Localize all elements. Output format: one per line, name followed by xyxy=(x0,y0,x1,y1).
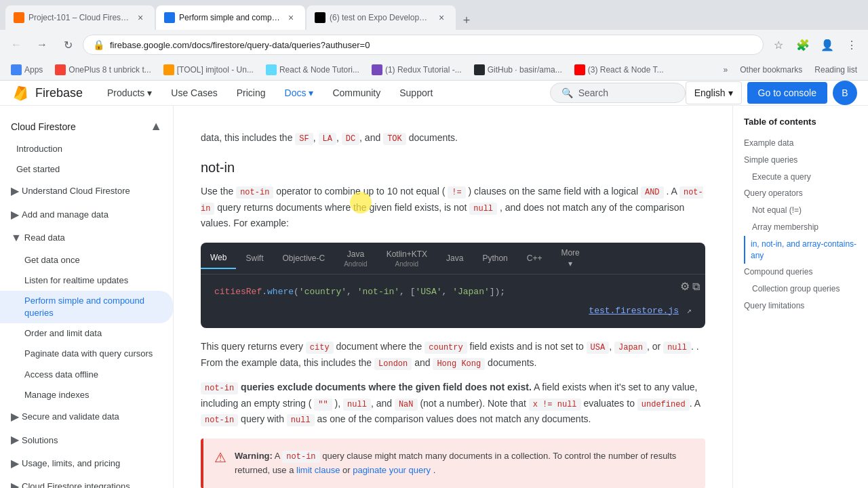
sidebar-item-integrations[interactable]: ▶ Cloud Firestore integrations xyxy=(0,475,173,488)
nav-community[interactable]: Community xyxy=(324,82,389,104)
sidebar-item-paginate[interactable]: Paginate data with query cursors xyxy=(0,344,173,364)
toc-query-operators[interactable]: Query operators xyxy=(744,185,857,202)
understand-arrow: ▶ xyxy=(11,184,19,199)
tab-3[interactable]: (6) test on Expo Developer Tools × xyxy=(307,5,456,30)
tok-code: TOK xyxy=(383,133,406,145)
menu-button[interactable]: ⋮ xyxy=(841,34,863,56)
cloud-firestore-header[interactable]: Cloud Firestore ▲ xyxy=(0,114,173,139)
firebase-logo[interactable]: Firebase xyxy=(11,83,83,102)
bookmark-oneplus[interactable]: OnePlus 8 t unbrick t... xyxy=(50,62,156,77)
back-button[interactable]: ← xyxy=(5,34,27,56)
nav-pricing[interactable]: Pricing xyxy=(229,82,274,104)
code-link[interactable]: test.firestore.js xyxy=(589,306,679,316)
toc-simple-queries[interactable]: Simple queries xyxy=(744,152,857,169)
github-label: GitHub · basir/ama... xyxy=(488,65,562,75)
support-label: Support xyxy=(399,87,433,98)
sidebar-item-read-data[interactable]: ▼ Read data xyxy=(0,226,173,249)
bookmark-imjtool[interactable]: [TOOL] imjtool - Un... xyxy=(158,62,259,77)
yt-label: (3) React & Node T... xyxy=(588,65,664,75)
code-comma3: , xyxy=(442,287,453,297)
limit-clause-link[interactable]: limit clause xyxy=(296,465,340,475)
toc-query-limitations[interactable]: Query limitations xyxy=(744,298,857,314)
nav-docs[interactable]: Docs ▾ xyxy=(277,82,322,104)
bookmark-react[interactable]: React & Node Tutori... xyxy=(260,62,365,77)
reading-list[interactable]: Reading list xyxy=(809,63,863,77)
sidebar-item-get-started[interactable]: Get started xyxy=(0,159,173,180)
avatar[interactable]: B xyxy=(833,81,857,105)
search-box[interactable]: 🔍 Search xyxy=(550,83,686,103)
tab-more[interactable]: More ▾ xyxy=(551,243,589,274)
tab-2[interactable]: Perform simple and compound... × xyxy=(156,5,305,30)
toc-compound-queries[interactable]: Compound queries xyxy=(744,264,857,281)
tab-1[interactable]: Project-101 – Cloud Firestore – × xyxy=(5,5,155,30)
reload-button[interactable]: ↻ xyxy=(57,34,79,56)
top-nav: Firebase Products ▾ Use Cases Pricing Do… xyxy=(0,81,868,106)
nav-support[interactable]: Support xyxy=(391,82,441,104)
sidebar-item-perform-queries[interactable]: Perform simple and compound queries xyxy=(0,291,173,323)
tab-java[interactable]: Java xyxy=(437,248,473,268)
extensions-button[interactable]: 🧩 xyxy=(792,34,814,56)
code-end: ]); xyxy=(490,287,505,297)
bookmark-button[interactable]: ☆ xyxy=(768,34,789,56)
code-comma2: , [ xyxy=(399,287,415,297)
code-paren1: ( xyxy=(294,287,299,297)
console-button[interactable]: Go to console xyxy=(747,82,827,104)
bookmark-yt[interactable]: (3) React & Node T... xyxy=(569,62,669,77)
sidebar-item-understand[interactable]: ▶ Understand Cloud Firestore xyxy=(0,180,173,203)
toc-example-data[interactable]: Example data xyxy=(744,135,857,152)
code-comma1: , xyxy=(347,287,357,297)
code-content: ⚙ ⧉ citiesRef.where('country', 'not-in',… xyxy=(201,274,705,328)
sidebar-item-add-manage[interactable]: ▶ Add and manage data xyxy=(0,203,173,226)
copy-button[interactable]: ⧉ xyxy=(692,280,700,293)
content-wrapper: data, this includes the SF, LA, DC, and … xyxy=(174,106,868,488)
sidebar-item-usage-limits[interactable]: ▶ Usage, limits, and pricing xyxy=(0,452,173,475)
docs-arrow: ▾ xyxy=(309,87,313,98)
collapse-icon: ▲ xyxy=(150,119,162,134)
paginate-link[interactable]: paginate your query xyxy=(353,465,431,475)
bookmark-github[interactable]: GitHub · basir/ama... xyxy=(469,62,568,77)
tab-kotlin[interactable]: Kotlin+KTX Android xyxy=(377,244,437,273)
toc-collection-group[interactable]: Collection group queries xyxy=(744,281,857,298)
tab-java-android-sub: Android xyxy=(344,260,367,268)
city-code: city xyxy=(306,342,334,354)
other-bookmarks[interactable]: Other bookmarks xyxy=(734,63,808,77)
tab2-close[interactable]: × xyxy=(285,12,297,24)
sidebar-item-secure-validate[interactable]: ▶ Secure and validate data xyxy=(0,405,173,428)
usage-arrow: ▶ xyxy=(11,456,19,471)
sidebar-item-solutions[interactable]: ▶ Solutions xyxy=(0,428,173,451)
profile-button[interactable]: 👤 xyxy=(816,34,838,56)
nav-products[interactable]: Products ▾ xyxy=(99,82,160,104)
sidebar-item-introduction[interactable]: Introduction xyxy=(0,139,173,159)
tab-web[interactable]: Web xyxy=(201,247,236,269)
sf-code: SF xyxy=(295,133,313,145)
forward-button[interactable]: → xyxy=(31,34,53,56)
toc-not-equal[interactable]: Not equal (!=) xyxy=(744,202,857,219)
new-tab-button[interactable]: + xyxy=(457,11,476,30)
null-code: null xyxy=(469,203,497,215)
url-text: firebase.google.com/docs/firestore/query… xyxy=(110,40,753,50)
bookmark-redux[interactable]: (1) Redux Tutorial -... xyxy=(366,62,467,77)
toc-array-membership[interactable]: Array membership xyxy=(744,219,857,236)
language-selector[interactable]: English ▾ xyxy=(686,81,742,104)
more-bookmarks[interactable]: » xyxy=(718,63,734,77)
tab-objc[interactable]: Objective-C xyxy=(273,248,334,268)
toc-execute-query[interactable]: Execute a query xyxy=(744,169,857,186)
sidebar-item-listen-realtime[interactable]: Listen for realtime updates xyxy=(0,270,173,291)
tab1-close[interactable]: × xyxy=(134,12,146,24)
tab-swift[interactable]: Swift xyxy=(236,248,273,268)
tab3-close[interactable]: × xyxy=(435,12,448,24)
nav-use-cases[interactable]: Use Cases xyxy=(163,82,225,104)
tab-java-android[interactable]: Java Android xyxy=(334,244,376,273)
sidebar-item-get-data-once[interactable]: Get data once xyxy=(0,250,173,270)
tab-python[interactable]: Python xyxy=(473,248,517,268)
docs-label: Docs xyxy=(285,87,307,98)
settings-button[interactable]: ⚙ xyxy=(680,280,690,293)
sidebar-item-offline[interactable]: Access data offline xyxy=(0,365,173,385)
not-in-heading: not-in xyxy=(201,160,705,176)
toc-in-not-in-array[interactable]: in, not-in, and array-contains-any xyxy=(744,236,857,264)
tab-cpp[interactable]: C++ xyxy=(517,248,552,268)
sidebar-item-order-limit[interactable]: Order and limit data xyxy=(0,323,173,344)
url-bar[interactable]: 🔒 firebase.google.com/docs/firestore/que… xyxy=(83,35,764,55)
sidebar-item-manage-indexes[interactable]: Manage indexes xyxy=(0,385,173,405)
bookmark-apps[interactable]: Apps xyxy=(5,62,48,77)
